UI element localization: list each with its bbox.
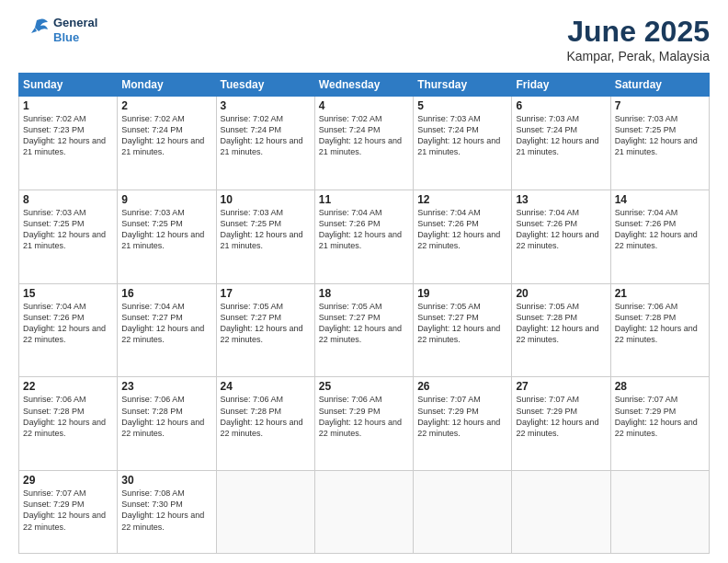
day-number: 7 <box>615 99 705 112</box>
day-number: 6 <box>516 99 606 112</box>
cell-info: Sunrise: 7:02 AMSunset: 7:24 PMDaylight:… <box>319 113 409 158</box>
weekday-header-row: Sunday Monday Tuesday Wednesday Thursday… <box>19 74 710 97</box>
cell-info: Sunrise: 7:03 AMSunset: 7:25 PMDaylight:… <box>121 207 211 252</box>
cell-info: Sunrise: 7:04 AMSunset: 7:26 PMDaylight:… <box>615 207 705 252</box>
calendar-page: General Blue June 2025 Kampar, Perak, Ma… <box>0 0 728 563</box>
day-number: 28 <box>615 380 705 393</box>
cell-info: Sunrise: 7:07 AMSunset: 7:29 PMDaylight:… <box>23 488 113 533</box>
month-title: June 2025 <box>566 15 710 49</box>
table-row <box>314 471 413 554</box>
calendar-table: Sunday Monday Tuesday Wednesday Thursday… <box>18 73 710 554</box>
day-number: 9 <box>121 193 211 206</box>
table-row: 17 Sunrise: 7:05 AMSunset: 7:27 PMDaylig… <box>216 283 314 377</box>
day-number: 19 <box>417 287 507 300</box>
cell-info: Sunrise: 7:05 AMSunset: 7:27 PMDaylight:… <box>417 301 507 346</box>
table-row: 15 Sunrise: 7:04 AMSunset: 7:26 PMDaylig… <box>19 283 118 377</box>
cell-info: Sunrise: 7:08 AMSunset: 7:30 PMDaylight:… <box>121 488 211 533</box>
table-row: 26 Sunrise: 7:07 AMSunset: 7:29 PMDaylig… <box>414 377 512 471</box>
table-row: 25 Sunrise: 7:06 AMSunset: 7:29 PMDaylig… <box>314 377 413 471</box>
day-number: 18 <box>319 287 409 300</box>
table-row: 9 Sunrise: 7:03 AMSunset: 7:25 PMDayligh… <box>118 190 216 283</box>
day-number: 14 <box>615 193 705 206</box>
cell-info: Sunrise: 7:05 AMSunset: 7:28 PMDaylight:… <box>516 301 606 346</box>
day-number: 5 <box>417 99 507 112</box>
table-row: 8 Sunrise: 7:03 AMSunset: 7:25 PMDayligh… <box>19 190 118 283</box>
header-friday: Friday <box>512 74 610 97</box>
table-row: 28 Sunrise: 7:07 AMSunset: 7:29 PMDaylig… <box>610 377 709 471</box>
logo-line2: Blue <box>53 30 97 45</box>
cell-info: Sunrise: 7:04 AMSunset: 7:26 PMDaylight:… <box>516 207 606 252</box>
table-row: 12 Sunrise: 7:04 AMSunset: 7:26 PMDaylig… <box>414 190 512 283</box>
day-number: 20 <box>516 287 606 300</box>
cell-info: Sunrise: 7:06 AMSunset: 7:29 PMDaylight:… <box>319 394 409 439</box>
day-number: 17 <box>221 287 311 300</box>
day-number: 4 <box>319 99 409 112</box>
header-thursday: Thursday <box>414 74 512 97</box>
day-number: 2 <box>121 99 211 112</box>
cell-info: Sunrise: 7:03 AMSunset: 7:25 PMDaylight:… <box>615 113 705 158</box>
table-row <box>512 471 610 554</box>
table-row: 2 Sunrise: 7:02 AMSunset: 7:24 PMDayligh… <box>118 97 216 190</box>
table-row: 22 Sunrise: 7:06 AMSunset: 7:28 PMDaylig… <box>19 377 118 471</box>
table-row <box>610 471 709 554</box>
table-row <box>414 471 512 554</box>
cell-info: Sunrise: 7:03 AMSunset: 7:24 PMDaylight:… <box>516 113 606 158</box>
table-row: 18 Sunrise: 7:05 AMSunset: 7:27 PMDaylig… <box>314 283 413 377</box>
day-number: 11 <box>319 193 409 206</box>
logo-line1: General <box>53 16 97 30</box>
table-row: 30 Sunrise: 7:08 AMSunset: 7:30 PMDaylig… <box>118 471 216 554</box>
day-number: 1 <box>23 99 113 112</box>
cell-info: Sunrise: 7:02 AMSunset: 7:24 PMDaylight:… <box>121 113 211 158</box>
table-row: 7 Sunrise: 7:03 AMSunset: 7:25 PMDayligh… <box>610 97 709 190</box>
table-row <box>216 471 314 554</box>
table-row: 20 Sunrise: 7:05 AMSunset: 7:28 PMDaylig… <box>512 283 610 377</box>
cell-info: Sunrise: 7:07 AMSunset: 7:29 PMDaylight:… <box>516 394 606 439</box>
header-saturday: Saturday <box>610 74 709 97</box>
day-number: 10 <box>221 193 311 206</box>
cell-info: Sunrise: 7:07 AMSunset: 7:29 PMDaylight:… <box>615 394 705 439</box>
cell-info: Sunrise: 7:02 AMSunset: 7:23 PMDaylight:… <box>23 113 113 158</box>
day-number: 25 <box>319 380 409 393</box>
cell-info: Sunrise: 7:03 AMSunset: 7:24 PMDaylight:… <box>417 113 507 158</box>
table-row: 5 Sunrise: 7:03 AMSunset: 7:24 PMDayligh… <box>414 97 512 190</box>
day-number: 24 <box>221 380 311 393</box>
cell-info: Sunrise: 7:04 AMSunset: 7:26 PMDaylight:… <box>417 207 507 252</box>
logo-bird-icon <box>18 15 50 46</box>
table-row: 4 Sunrise: 7:02 AMSunset: 7:24 PMDayligh… <box>314 97 413 190</box>
cell-info: Sunrise: 7:06 AMSunset: 7:28 PMDaylight:… <box>221 394 311 439</box>
table-row: 3 Sunrise: 7:02 AMSunset: 7:24 PMDayligh… <box>216 97 314 190</box>
header: General Blue June 2025 Kampar, Perak, Ma… <box>18 15 710 63</box>
table-row: 10 Sunrise: 7:03 AMSunset: 7:25 PMDaylig… <box>216 190 314 283</box>
day-number: 16 <box>121 287 211 300</box>
logo: General Blue <box>18 15 97 46</box>
day-number: 30 <box>121 474 211 487</box>
table-row: 1 Sunrise: 7:02 AMSunset: 7:23 PMDayligh… <box>19 97 118 190</box>
day-number: 3 <box>221 99 311 112</box>
cell-info: Sunrise: 7:05 AMSunset: 7:27 PMDaylight:… <box>221 301 311 346</box>
day-number: 27 <box>516 380 606 393</box>
header-monday: Monday <box>118 74 216 97</box>
cell-info: Sunrise: 7:02 AMSunset: 7:24 PMDaylight:… <box>221 113 311 158</box>
table-row: 13 Sunrise: 7:04 AMSunset: 7:26 PMDaylig… <box>512 190 610 283</box>
table-row: 6 Sunrise: 7:03 AMSunset: 7:24 PMDayligh… <box>512 97 610 190</box>
cell-info: Sunrise: 7:06 AMSunset: 7:28 PMDaylight:… <box>121 394 211 439</box>
cell-info: Sunrise: 7:04 AMSunset: 7:27 PMDaylight:… <box>121 301 211 346</box>
cell-info: Sunrise: 7:05 AMSunset: 7:27 PMDaylight:… <box>319 301 409 346</box>
cell-info: Sunrise: 7:03 AMSunset: 7:25 PMDaylight:… <box>23 207 113 252</box>
cell-info: Sunrise: 7:04 AMSunset: 7:26 PMDaylight:… <box>23 301 113 346</box>
cell-info: Sunrise: 7:06 AMSunset: 7:28 PMDaylight:… <box>23 394 113 439</box>
header-tuesday: Tuesday <box>216 74 314 97</box>
cell-info: Sunrise: 7:03 AMSunset: 7:25 PMDaylight:… <box>221 207 311 252</box>
table-row: 27 Sunrise: 7:07 AMSunset: 7:29 PMDaylig… <box>512 377 610 471</box>
location: Kampar, Perak, Malaysia <box>566 49 710 63</box>
table-row: 24 Sunrise: 7:06 AMSunset: 7:28 PMDaylig… <box>216 377 314 471</box>
table-row: 23 Sunrise: 7:06 AMSunset: 7:28 PMDaylig… <box>118 377 216 471</box>
day-number: 12 <box>417 193 507 206</box>
day-number: 22 <box>23 380 113 393</box>
cell-info: Sunrise: 7:07 AMSunset: 7:29 PMDaylight:… <box>417 394 507 439</box>
day-number: 8 <box>23 193 113 206</box>
day-number: 23 <box>121 380 211 393</box>
table-row: 16 Sunrise: 7:04 AMSunset: 7:27 PMDaylig… <box>118 283 216 377</box>
table-row: 29 Sunrise: 7:07 AMSunset: 7:29 PMDaylig… <box>19 471 118 554</box>
day-number: 15 <box>23 287 113 300</box>
